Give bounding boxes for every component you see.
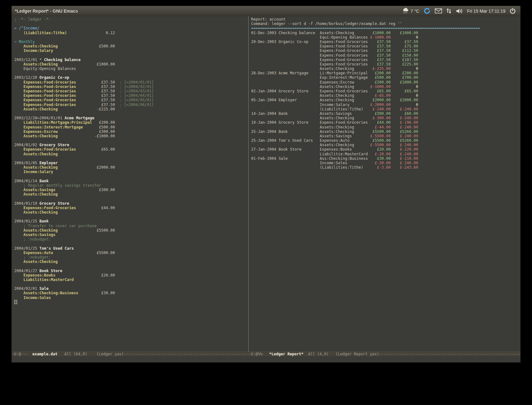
buffer-line: 2003/12/28=2004/01/01 Acme Mortgage bbox=[14, 116, 248, 120]
buffer-line: 27-Jan-2004 Book Store Expenses:Books £2… bbox=[251, 147, 520, 152]
buffer-line: 01-Feb-2004 Sale Ass:Checking:Business £… bbox=[251, 156, 520, 161]
buffer-line: Expens:Food:Groceries £37.50 £150.00 bbox=[251, 53, 520, 58]
buffer-line: Expenses:Food:Groceries £37.50 ; [=2004/… bbox=[14, 89, 248, 93]
buffer-line: Assets:Checking £-300.00 £-240.00 bbox=[251, 116, 520, 120]
buffer-line: 2004/01/27 Book Store bbox=[14, 269, 248, 273]
buffer-line: 01-Dec-2003 Checking balance Assets:Chec… bbox=[251, 31, 520, 35]
buffer-line: Assets:Checking £2000.00 bbox=[14, 165, 248, 170]
buffer-line: (Liabilities:Tithe) 0.12 bbox=[14, 31, 248, 35]
ledger-buffer-window[interactable]: ; -*- ledger -*-= /^Income/ (Liabilities… bbox=[12, 16, 248, 352]
buffer-line: 02-Jan-2004 Grocery Store Expens:Food:Gr… bbox=[251, 89, 520, 93]
buffer-line: Assets:Checking bbox=[14, 210, 248, 215]
buffer-line: 2003/12/20 Organic Co-op bbox=[14, 75, 248, 80]
buffer-line bbox=[14, 215, 248, 219]
modeline-ledger-report[interactable]: -U:@%%- *Ledger Report* All (4,0) (Ledge… bbox=[249, 352, 520, 356]
buffer-line: 2004/02/01 Sale bbox=[14, 286, 248, 291]
volume-icon[interactable] bbox=[456, 8, 463, 14]
buffer-line: Income:Sales £-30.00 £-240.00 bbox=[251, 161, 520, 165]
buffer-line bbox=[14, 138, 248, 143]
buffer-line bbox=[14, 174, 248, 179]
buffer-line: Expenses:Food:Groceries £37.50 ; [=2004/… bbox=[14, 93, 248, 98]
buffer-line: -U:@%%- *Ledger Report* All (4,0) (Ledge… bbox=[249, 352, 520, 356]
report-buffer-window[interactable]: Report: accountCommand: ledger --sort d … bbox=[249, 16, 520, 352]
buffer-line: Expenses:Food:Groceries £37.50 ; [=2004/… bbox=[14, 103, 248, 107]
mail-icon[interactable] bbox=[435, 8, 442, 14]
buffer-line: Assets:Checking:Business £30.00 bbox=[14, 291, 248, 295]
buffer-line: Expenses:Escrow £300.00 £1000.00 bbox=[251, 80, 520, 84]
buffer-line: Expenses:Escrow £300.00 bbox=[14, 129, 248, 134]
buffer-line: -U:@--- example.dat All (64,0) (Ledger y… bbox=[12, 352, 248, 356]
power-icon[interactable] bbox=[510, 8, 516, 14]
buffer-line: 2004/01/02 Grocery Store bbox=[14, 143, 248, 147]
buffer-line: Expenses:Food:Groceries £37.50 ; [=2004/… bbox=[14, 98, 248, 102]
buffer-line bbox=[14, 35, 248, 40]
buffer-line: Income:Sales bbox=[14, 296, 248, 300]
buffer-line bbox=[14, 300, 248, 304]
buffer-line: Assets:Checking £-5500.00 £-240.00 bbox=[251, 143, 520, 147]
buffer-line bbox=[14, 22, 248, 26]
modeline-ledger-file[interactable]: -U:@--- example.dat All (64,0) (Ledger y… bbox=[12, 352, 248, 356]
buffer-line: (Liabilities:Tithe) £-240.00 £-240.00 bbox=[251, 107, 520, 111]
buffer-line: Report: account bbox=[251, 17, 520, 22]
buffer-line: ; Transfer to cover car purchase bbox=[14, 224, 248, 228]
buffer-line: Expenses:Interest:Mortgage £500.00 bbox=[14, 125, 248, 129]
buffer-line: 2003/12/01 * Checking balance bbox=[14, 58, 248, 62]
buffer-line: Income:Salary bbox=[14, 48, 248, 53]
buffer-line: ; :nobudget: bbox=[14, 255, 248, 259]
buffer-line: 2004/01/14 Bank bbox=[14, 179, 248, 183]
buffer-line: 28-Dec-2003 Acme Mortgage Li:Mortgage:Pr… bbox=[251, 71, 520, 75]
buffer-line bbox=[14, 111, 248, 116]
system-tray: 7 °C bbox=[402, 7, 520, 15]
refresh-icon[interactable] bbox=[423, 7, 431, 15]
buffer-line: Assets:Checking £1000.00 bbox=[14, 62, 248, 66]
mode-lines: -U:@--- example.dat All (64,0) (Ledger y… bbox=[12, 352, 520, 356]
buffer-line: ; :nobudget: bbox=[14, 237, 248, 241]
buffer-line bbox=[14, 282, 248, 286]
buffer-line: = /^Income/ bbox=[14, 26, 248, 30]
buffer-line: Assets:Checking bbox=[14, 152, 248, 156]
buffer-line: Liabilities:Mortgage:Principal £200.00 bbox=[14, 120, 248, 125]
report-buffer-text[interactable]: Report: accountCommand: ledger --sort d … bbox=[249, 16, 520, 170]
buffer-line: 20-Dec-2003 Organic Co-op Expens:Food:Gr… bbox=[251, 40, 520, 44]
minibuffer[interactable] bbox=[12, 356, 520, 362]
desktop: { "window": { "title": "*Ledger Report* … bbox=[0, 0, 532, 405]
buffer-line: Income:Salary bbox=[14, 170, 248, 174]
buffer-line: Liabilities:MasterCard bbox=[14, 277, 248, 282]
buffer-line bbox=[14, 156, 248, 161]
buffer-line: Assets:Checking bbox=[14, 259, 248, 264]
buffer-line: 14-Jan-2004 Bank Assets:Savings £300.00 … bbox=[251, 111, 520, 116]
buffer-line: Assets:Checking £5500.00 bbox=[14, 228, 248, 233]
emacs-window: *Ledger Report* - GNU Emacs 7 °C bbox=[11, 6, 521, 363]
title-bar[interactable]: *Ledger Report* - GNU Emacs 7 °C bbox=[12, 6, 520, 16]
buffer-line bbox=[14, 197, 248, 201]
window-title: *Ledger Report* - GNU Emacs bbox=[12, 9, 78, 14]
buffer-line: 05-Jan-2004 Employer Assets:Checking £20… bbox=[251, 98, 520, 102]
buffer-line: Expenses:Food:Groceries £44.00 bbox=[14, 206, 248, 210]
buffer-line bbox=[14, 241, 248, 246]
buffer-line: 2004/01/05 Employer bbox=[14, 161, 248, 165]
buffer-line: Assets:Checking -£225.00 bbox=[14, 107, 248, 111]
ledger-buffer-text[interactable]: ; -*- ledger -*-= /^Income/ (Liabilities… bbox=[12, 16, 248, 304]
buffer-line: Command: ledger --sort d -f /home/borbus… bbox=[251, 22, 520, 26]
buffer-line: 25-Jan-2004 Bank Assets:Checking £5500.0… bbox=[251, 129, 520, 134]
buffer-line: Assets:Checking £-44.00 £-240.00 bbox=[251, 125, 520, 129]
buffer-line: Expens:Food:Groceries £37.50 £112.50 bbox=[251, 48, 520, 53]
buffer-line: Expenses:Food:Groceries £37.50 ; [=2004/… bbox=[14, 80, 248, 84]
buffer-line: Assets:Checking -£1000.00 bbox=[14, 134, 248, 138]
buffer-line: Expenses:Food:Groceries £37.50 ; [=2004/… bbox=[14, 84, 248, 89]
buffer-line: Assets:Checking £500.00 bbox=[14, 44, 248, 48]
buffer-line: 19-Jan-2004 Grocery Store Expens:Food:Gr… bbox=[251, 120, 520, 125]
network-arrows-icon[interactable] bbox=[446, 8, 452, 14]
buffer-line: Assets:Savings £-5500.00 £-240.00 bbox=[251, 134, 520, 138]
buffer-line: ========================================… bbox=[251, 26, 520, 30]
buffer-line: 2004/01/25 Tom's Used Cars bbox=[14, 246, 248, 251]
buffer-line: Assets:Checking £-65.00 0 bbox=[251, 93, 520, 98]
temperature-label: 7 °C bbox=[410, 9, 419, 14]
buffer-line: ; -*- ledger -*- bbox=[14, 17, 248, 22]
weather-widget[interactable]: 7 °C bbox=[402, 8, 419, 14]
buffer-line: Expenses:Food:Groceries £65.00 bbox=[14, 147, 248, 152]
clock[interactable]: Fri 15 Mar 17:11:19 bbox=[467, 9, 505, 14]
buffer-line bbox=[14, 53, 248, 58]
buffer-line: Equity:Opening Balances bbox=[14, 66, 248, 71]
cloud-rain-icon bbox=[402, 8, 409, 14]
